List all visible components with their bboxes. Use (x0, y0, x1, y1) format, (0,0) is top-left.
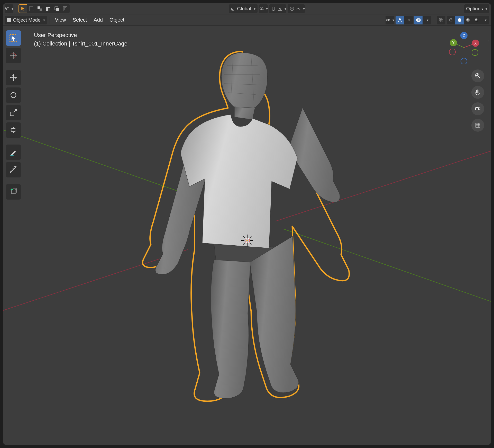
svg-text:X: X (474, 41, 477, 45)
viewport-container: ▾ Global ▾ (3, 3, 491, 445)
n-panel-handle[interactable]: ‹ (487, 26, 491, 445)
svg-point-48 (472, 49, 478, 56)
nav-zoom[interactable] (471, 69, 484, 82)
visibility-dropdown[interactable]: ▾ (386, 16, 394, 24)
menu-add[interactable]: Add (91, 16, 105, 24)
menu-view[interactable]: View (52, 16, 69, 24)
svg-point-14 (291, 8, 292, 9)
tool-transform[interactable] (6, 122, 21, 138)
svg-point-33 (11, 128, 12, 129)
svg-rect-21 (439, 18, 442, 21)
overlays-settings-dropdown[interactable]: ▾ (423, 16, 431, 24)
select-subtract-tool[interactable] (44, 4, 53, 13)
select-intersect-tool[interactable] (52, 4, 61, 13)
tool-rotate[interactable] (6, 87, 21, 103)
select-box-tool-active[interactable] (19, 4, 27, 13)
svg-rect-3 (40, 8, 42, 11)
nav-perspective[interactable] (471, 119, 484, 132)
scene-content (3, 26, 491, 445)
snap-toggle[interactable] (269, 4, 278, 13)
proportional-edit-toggle[interactable] (288, 4, 296, 13)
interaction-mode-dropdown[interactable]: ▾ (5, 4, 13, 13)
select-invert-tool[interactable] (61, 4, 70, 13)
shading-material[interactable] (464, 16, 472, 24)
menu-object[interactable]: Object (107, 16, 127, 24)
svg-point-17 (388, 19, 389, 21)
snap-settings-dropdown[interactable]: ▾ (278, 4, 286, 13)
select-tool-group (19, 4, 70, 13)
svg-point-36 (14, 131, 15, 132)
pivot-point-dropdown[interactable]: ▾ (259, 4, 268, 13)
tool-scale[interactable] (6, 105, 21, 120)
svg-rect-9 (64, 8, 66, 10)
svg-point-25 (466, 18, 470, 22)
nav-camera[interactable] (471, 102, 484, 115)
select-extend-tool[interactable] (35, 4, 44, 13)
options-dropdown[interactable]: Options ▾ (464, 4, 489, 13)
svg-rect-32 (12, 129, 15, 132)
overlay-line2: (1) Collection | Tshirt_001_InnerCage (34, 39, 127, 48)
svg-point-49 (461, 58, 467, 64)
tool-cursor[interactable] (6, 48, 21, 63)
tool-select-box[interactable] (6, 30, 21, 46)
svg-line-75 (250, 243, 251, 245)
svg-point-24 (458, 18, 461, 22)
chevron-left-icon: ‹ (488, 39, 490, 43)
shading-settings-dropdown[interactable]: ▾ (481, 16, 489, 24)
select-tweak-tool[interactable] (27, 4, 36, 13)
menu-select[interactable]: Select (70, 16, 90, 24)
svg-point-67 (246, 240, 248, 241)
tool-move[interactable] (6, 70, 21, 85)
svg-point-20 (417, 19, 420, 22)
svg-rect-1 (29, 7, 33, 11)
nav-gizmo[interactable]: X Y Z (447, 31, 481, 64)
svg-text:Z: Z (463, 33, 465, 38)
svg-line-74 (243, 243, 245, 245)
transform-orientation-label: Global (237, 6, 251, 12)
tool-add-cube[interactable]: + (6, 184, 21, 200)
toolbar-left: + (6, 30, 21, 200)
svg-rect-54 (475, 107, 479, 110)
nav-stack (471, 69, 484, 132)
transform-orientation-dropdown[interactable]: Global ▾ (229, 4, 258, 13)
svg-rect-31 (10, 112, 14, 116)
svg-point-0 (7, 7, 8, 8)
shading-rendered[interactable] (472, 16, 481, 24)
cursor-3d-icon (241, 234, 254, 247)
xray-toggle[interactable] (437, 16, 445, 24)
svg-line-51 (479, 77, 480, 78)
mode-label: Object Mode (13, 17, 41, 23)
svg-text:+: + (11, 187, 13, 192)
viewport-overlay-text: User Perspective (1) Collection | Tshirt… (34, 31, 127, 48)
mode-dropdown[interactable]: Object Mode ▾ (5, 16, 47, 24)
gizmo-settings-dropdown[interactable]: ▾ (404, 16, 413, 24)
svg-text:Y: Y (452, 41, 455, 45)
svg-rect-22 (440, 19, 443, 22)
svg-rect-16 (8, 19, 10, 21)
svg-line-73 (250, 236, 251, 238)
svg-rect-5 (48, 8, 50, 11)
nav-pan[interactable] (471, 86, 484, 99)
overlay-line1: User Perspective (34, 31, 127, 39)
svg-rect-8 (63, 7, 67, 11)
shading-solid[interactable] (455, 16, 464, 24)
viewport-3d[interactable]: + User Perspective (1) Collection | Tshi… (3, 26, 491, 445)
options-label: Options (466, 6, 483, 12)
svg-point-26 (475, 18, 478, 22)
svg-line-72 (243, 236, 245, 238)
svg-point-34 (14, 128, 15, 129)
overlays-toggle[interactable] (414, 16, 423, 24)
svg-point-47 (449, 49, 455, 55)
shading-wireframe[interactable] (447, 16, 455, 24)
proportional-falloff-dropdown[interactable]: ▾ (296, 4, 305, 13)
svg-point-18 (399, 18, 400, 19)
header-row-2: Object Mode ▾ View Select Add Object ▾ ▾… (3, 14, 491, 26)
tool-annotate[interactable] (6, 145, 21, 160)
gizmo-toggle[interactable] (396, 16, 404, 24)
tool-measure[interactable] (6, 162, 21, 177)
svg-rect-7 (56, 8, 59, 11)
header-row-1: ▾ Global ▾ (3, 3, 491, 14)
shading-group: ▾ (447, 16, 489, 24)
svg-rect-55 (476, 123, 480, 127)
svg-rect-12 (278, 10, 282, 11)
